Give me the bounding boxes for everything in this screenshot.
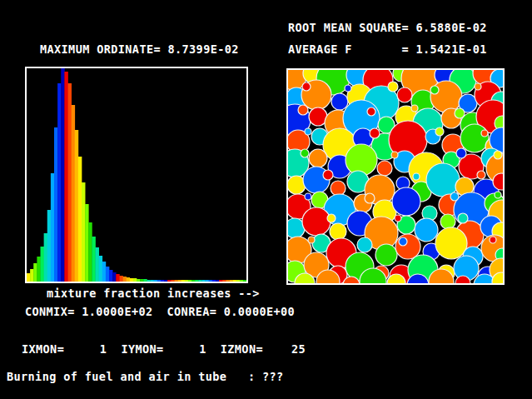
- root-mean-square-readout: ROOT MEAN SQUARE= 6.5880E-02: [288, 22, 487, 33]
- histogram-bar: [92, 237, 95, 282]
- histogram-bar: [219, 280, 222, 282]
- average-f-readout: AVERAGE F = 1.5421E-01: [288, 43, 487, 55]
- bubble: [305, 193, 311, 200]
- bubble: [298, 105, 308, 115]
- histogram-bar: [99, 256, 102, 282]
- histogram-bar: [116, 274, 119, 282]
- bubble: [323, 170, 333, 180]
- bubble: [494, 151, 502, 159]
- histogram-bar: [178, 280, 181, 282]
- bubble: [365, 193, 375, 203]
- histogram-bar: [185, 280, 188, 282]
- bubble-field-panel: [286, 68, 505, 285]
- histogram-bar: [78, 157, 82, 282]
- bubble: [411, 105, 418, 112]
- histogram-bar: [51, 173, 54, 282]
- bubble: [395, 234, 420, 259]
- bubble: [301, 149, 309, 157]
- histogram-bar: [147, 280, 150, 282]
- histogram-bar: [54, 127, 57, 282]
- bubble: [331, 181, 346, 196]
- bubble: [450, 192, 459, 201]
- bubble: [302, 82, 311, 91]
- histogram-bar: [85, 204, 88, 282]
- bubble: [399, 237, 407, 246]
- histogram-bar: [216, 280, 219, 282]
- histogram-bar: [236, 280, 240, 282]
- histogram-bar: [61, 68, 64, 282]
- bubble: [370, 128, 380, 138]
- histogram-bar: [82, 182, 85, 282]
- monitor-screen: MAXIMUM ORDINATE= 8.7399E-02 ROOT MEAN S…: [0, 0, 532, 399]
- bubble: [377, 161, 392, 176]
- histogram-bar: [123, 277, 127, 282]
- histogram-bar: [233, 280, 236, 282]
- bubble: [308, 237, 315, 243]
- histogram-bar: [209, 280, 212, 282]
- histogram-bar: [109, 270, 112, 282]
- histogram-bar: [44, 233, 47, 282]
- histogram-bar: [157, 280, 161, 282]
- bubble: [397, 87, 412, 102]
- conmix-conrea-readout: CONMIX= 1.0000E+02 CONREA= 0.0000E+00: [25, 306, 295, 317]
- histogram-bar: [57, 83, 61, 282]
- bubble: [388, 82, 398, 92]
- bubble: [481, 130, 488, 137]
- histogram-bar: [154, 280, 157, 282]
- histogram-bar: [140, 279, 143, 282]
- histogram-bar: [226, 280, 229, 282]
- histogram-bar: [106, 267, 109, 282]
- maximum-ordinate-readout: MAXIMUM ORDINATE= 8.7399E-02: [40, 43, 239, 55]
- bubble: [435, 127, 444, 136]
- bubble: [391, 152, 398, 158]
- histogram-bar: [174, 280, 177, 282]
- histogram-bar: [75, 130, 78, 282]
- histogram-canvas: [27, 68, 246, 282]
- histogram-bar: [201, 280, 205, 282]
- bubble: [458, 213, 468, 223]
- histogram-bar: [164, 280, 167, 282]
- histogram-bar: [243, 280, 246, 282]
- histogram-bar: [96, 247, 99, 282]
- histogram-bar: [27, 273, 30, 282]
- histogram-bar: [133, 278, 137, 282]
- histogram-bar: [240, 280, 243, 282]
- bubble: [309, 149, 327, 167]
- bubble: [460, 124, 489, 152]
- bubble: [395, 215, 401, 222]
- histogram-bar: [137, 279, 140, 282]
- bubble: [440, 214, 455, 229]
- bubble: [357, 237, 372, 252]
- bubble: [367, 107, 375, 116]
- histogram-bar: [206, 280, 209, 282]
- bubble: [413, 173, 420, 180]
- histogram-bar: [198, 280, 201, 282]
- bubble: [345, 85, 351, 92]
- histogram-bar: [161, 280, 164, 282]
- histogram-bar: [181, 280, 185, 282]
- bubble: [327, 214, 336, 222]
- histogram-bar: [47, 210, 51, 282]
- pdf-histogram-panel: [25, 67, 248, 283]
- bubble: [477, 171, 485, 179]
- histogram-bar: [222, 280, 226, 282]
- histogram-bar: [151, 280, 154, 282]
- bubble: [330, 223, 346, 240]
- histogram-bar: [88, 222, 92, 282]
- bubble: [392, 187, 420, 216]
- bubble: [495, 192, 501, 198]
- histogram-bar: [130, 278, 133, 282]
- histogram-bar: [167, 280, 171, 282]
- bubble: [435, 227, 467, 259]
- bubble: [475, 83, 481, 90]
- bubble: [490, 237, 496, 243]
- bubble-field-canvas: [288, 70, 503, 283]
- bubble: [415, 218, 438, 242]
- histogram-bar: [33, 263, 37, 282]
- histogram-bar: [171, 280, 174, 282]
- bubble: [305, 128, 311, 135]
- bubble: [302, 207, 331, 236]
- histogram-bar: [72, 105, 75, 282]
- case-title: Burning of fuel and air in tube : ???: [7, 371, 284, 382]
- histogram-bar: [112, 272, 116, 282]
